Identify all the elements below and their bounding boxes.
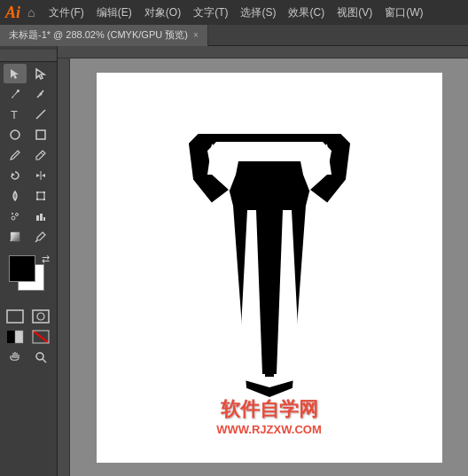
width-tool[interactable] <box>4 186 27 206</box>
svg-rect-12 <box>36 199 38 200</box>
menu-effect[interactable]: 效果(C) <box>283 4 330 22</box>
menu-edit[interactable]: 编辑(E) <box>91 4 137 22</box>
symbol-tool[interactable] <box>4 207 27 226</box>
svg-rect-26 <box>15 331 23 343</box>
foreground-color-swatch[interactable] <box>9 255 35 282</box>
horizontal-ruler <box>58 46 468 59</box>
eyedropper-tool[interactable] <box>29 227 52 246</box>
svg-point-15 <box>15 214 18 216</box>
paintbrush-tool[interactable] <box>4 145 27 165</box>
pants-artwork <box>172 126 367 410</box>
menu-view[interactable]: 视图(V) <box>332 4 378 22</box>
document-tab[interactable]: 未标题-1* @ 288.02% (CMYK/GPU 预览) × <box>0 25 208 46</box>
reflect-tool[interactable] <box>29 166 52 185</box>
menu-text[interactable]: 文字(T) <box>188 4 233 22</box>
svg-rect-22 <box>7 310 23 323</box>
menu-object[interactable]: 对象(O) <box>139 4 186 22</box>
canvas-area[interactable]: 软件自学网 WWW.RJZXW.COM <box>58 46 468 476</box>
tool-grid: T <box>2 62 56 248</box>
svg-marker-6 <box>12 173 15 176</box>
svg-rect-9 <box>37 192 44 199</box>
home-icon[interactable]: ⌂ <box>27 5 35 20</box>
svg-point-16 <box>12 213 13 215</box>
selection-tool[interactable] <box>4 64 27 83</box>
svg-point-0 <box>17 90 20 92</box>
svg-line-27 <box>33 331 49 343</box>
title-bar: Ai ⌂ 文件(F) 编辑(E) 对象(O) 文字(T) 选择(S) 效果(C)… <box>0 0 468 25</box>
svg-rect-25 <box>7 331 15 343</box>
type-tool[interactable]: T <box>4 105 27 124</box>
toolbar: T <box>0 46 58 476</box>
color-swap-icon[interactable]: ⇄ <box>42 254 50 265</box>
svg-point-4 <box>11 130 20 139</box>
app-logo: Ai <box>5 4 20 22</box>
svg-point-29 <box>36 353 43 360</box>
normal-mode-btn[interactable] <box>4 307 27 326</box>
menu-select[interactable]: 选择(S) <box>235 4 281 22</box>
watermark-line2: WWW.RJZXW.COM <box>216 423 321 436</box>
svg-rect-5 <box>36 130 45 139</box>
svg-text:T: T <box>11 108 18 121</box>
svg-rect-18 <box>40 214 43 221</box>
bottom-tools <box>2 305 56 369</box>
svg-rect-17 <box>36 215 39 221</box>
canvas-workspace[interactable]: 软件自学网 WWW.RJZXW.COM <box>70 59 468 476</box>
gradient-tool[interactable] <box>4 227 27 246</box>
ellipse-tool[interactable] <box>4 125 27 144</box>
black-white-btn[interactable] <box>4 327 27 347</box>
svg-rect-31 <box>265 204 274 377</box>
main-layout: T <box>0 46 468 476</box>
line-tool[interactable] <box>29 105 52 124</box>
svg-rect-11 <box>43 191 45 193</box>
tab-bar: 未标题-1* @ 288.02% (CMYK/GPU 预览) × <box>0 25 468 46</box>
svg-point-14 <box>12 216 15 220</box>
cross-color-btn[interactable] <box>29 327 52 347</box>
tab-close-button[interactable]: × <box>193 30 199 40</box>
pen-tool[interactable] <box>4 84 27 104</box>
menu-window[interactable]: 窗口(W) <box>379 4 428 22</box>
menu-bar: 文件(F) 编辑(E) 对象(O) 文字(T) 选择(S) 效果(C) 视图(V… <box>43 4 463 22</box>
curvature-tool[interactable] <box>29 84 52 104</box>
pencil-tool[interactable] <box>29 145 52 165</box>
svg-line-30 <box>43 359 46 363</box>
artboard: 软件自学网 WWW.RJZXW.COM <box>97 73 442 463</box>
svg-point-1 <box>39 93 42 96</box>
svg-rect-23 <box>33 310 49 323</box>
svg-rect-10 <box>36 191 38 193</box>
direct-selection-tool[interactable] <box>29 64 52 83</box>
vertical-ruler <box>58 59 70 476</box>
svg-line-3 <box>36 110 45 119</box>
color-swatches: ⇄ <box>2 252 55 305</box>
free-transform-tool[interactable] <box>29 186 52 206</box>
tab-label: 未标题-1* @ 288.02% (CMYK/GPU 预览) <box>9 28 188 42</box>
svg-point-24 <box>37 313 44 320</box>
menu-file[interactable]: 文件(F) <box>43 4 89 22</box>
hand-tool[interactable] <box>4 347 27 367</box>
graph-tool[interactable] <box>29 207 52 226</box>
quick-mask-btn[interactable] <box>29 307 52 326</box>
rectangle-tool[interactable] <box>29 125 52 144</box>
svg-rect-13 <box>43 199 45 200</box>
zoom-tool[interactable] <box>29 347 52 367</box>
rotate-tool[interactable] <box>4 166 27 185</box>
ruler-corner <box>0 50 58 62</box>
svg-rect-19 <box>43 217 45 221</box>
